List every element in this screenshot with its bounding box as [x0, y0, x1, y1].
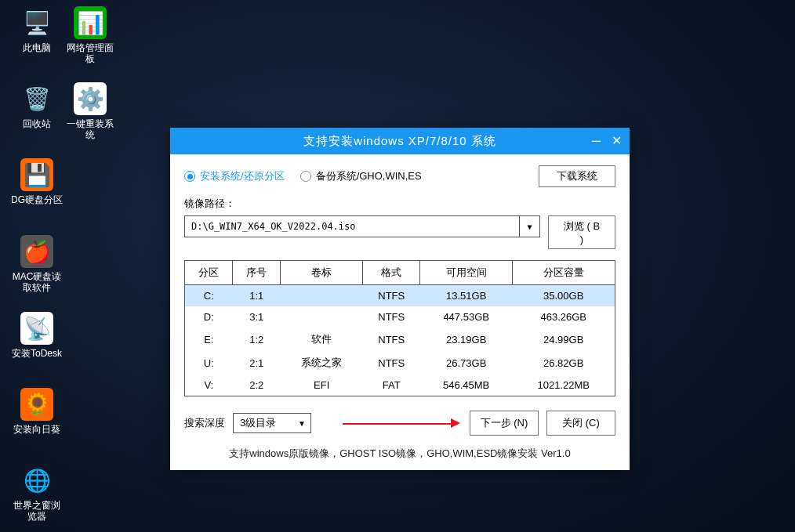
desktop-icon[interactable]: 🌻安装向日葵	[9, 388, 64, 435]
app-icon: 📡	[20, 312, 53, 345]
app-icon: 🖥️	[20, 6, 53, 39]
column-header: 卷标	[281, 261, 363, 285]
icon-label: 安装ToDesk	[12, 348, 62, 359]
icon-label: 网络管理面板	[63, 42, 118, 65]
desktop-icon[interactable]: 📡安装ToDesk	[9, 312, 64, 359]
app-icon: 🌐	[20, 464, 53, 497]
table-row[interactable]: U:2:1系统之家NTFS26.73GB26.82GB	[185, 351, 615, 375]
app-icon: ⚙️	[74, 82, 107, 115]
desktop-icon[interactable]: 🗑️回收站	[9, 82, 64, 129]
radio-install[interactable]: 安装系统/还原分区	[184, 169, 285, 183]
column-header: 分区容量	[512, 261, 615, 285]
search-depth-select[interactable]: 3级目录 ▼	[233, 413, 311, 433]
table-row[interactable]: C:1:1NTFS13.51GB35.00GB	[185, 285, 615, 307]
table-row[interactable]: D:3:1NTFS447.53GB463.26GB	[185, 306, 615, 328]
next-button[interactable]: 下一步 (N)	[470, 411, 539, 436]
desktop-icon[interactable]: ⚙️一键重装系统	[63, 82, 118, 141]
icon-label: MAC硬盘读取软件	[9, 271, 64, 294]
table-row[interactable]: E:1:2软件NTFS23.19GB24.99GB	[185, 328, 615, 351]
icon-label: 安装向日葵	[13, 424, 60, 435]
icon-label: 世界之窗浏览器	[9, 500, 64, 523]
browse-button[interactable]: 浏览 ( B )	[548, 215, 615, 249]
chevron-down-icon: ▼	[298, 419, 306, 428]
titlebar[interactable]: 支持安装windows XP/7/8/10 系统 ─ ✕	[170, 128, 630, 154]
app-icon: 🗑️	[20, 82, 53, 115]
radio-icon	[300, 171, 311, 182]
desktop-icon[interactable]: 📊网络管理面板	[63, 6, 118, 65]
column-header: 格式	[363, 261, 420, 285]
arrow-annotation	[319, 413, 462, 433]
table-row[interactable]: V:2:2EFIFAT546.45MB1021.22MB	[185, 375, 615, 396]
install-dialog: 支持安装windows XP/7/8/10 系统 ─ ✕ 安装系统/还原分区 备…	[170, 128, 630, 470]
path-label: 镜像路径：	[184, 197, 615, 211]
icon-label: 一键重装系统	[63, 118, 118, 141]
column-header: 序号	[233, 261, 281, 285]
icon-label: DG硬盘分区	[11, 194, 63, 205]
download-button[interactable]: 下载系统	[539, 165, 615, 187]
desktop-icon[interactable]: 💾DG硬盘分区	[9, 158, 64, 205]
icon-label: 回收站	[23, 118, 51, 129]
column-header: 可用空间	[420, 261, 513, 285]
partition-table: 分区序号卷标格式可用空间分区容量 C:1:1NTFS13.51GB35.00GB…	[184, 260, 615, 396]
radio-icon	[184, 171, 195, 182]
desktop-icon[interactable]: 🖥️此电脑	[9, 6, 64, 53]
image-path-dropdown[interactable]: D:\G_WIN7_X64_OK_V2022.04.iso ▼	[184, 215, 540, 237]
footer-text: 支持windows原版镜像，GHOST ISO镜像，GHO,WIM,ESD镜像安…	[184, 447, 615, 461]
close-button[interactable]: 关闭 (C)	[546, 411, 615, 436]
app-icon: 🌻	[20, 388, 53, 421]
app-icon: 📊	[74, 6, 107, 39]
radio-backup[interactable]: 备份系统/GHO,WIN,ES	[300, 169, 422, 183]
desktop-icon[interactable]: 🍎MAC硬盘读取软件	[9, 235, 64, 294]
chevron-down-icon: ▼	[519, 216, 539, 237]
app-icon: 🍎	[20, 235, 53, 268]
app-icon: 💾	[20, 158, 53, 191]
dialog-title: 支持安装windows XP/7/8/10 系统	[180, 134, 620, 149]
column-header: 分区	[185, 261, 233, 285]
icon-label: 此电脑	[23, 42, 51, 53]
close-x-button[interactable]: ✕	[612, 135, 622, 147]
desktop-icon[interactable]: 🌐世界之窗浏览器	[9, 464, 64, 523]
depth-label: 搜索深度	[184, 416, 225, 430]
minimize-button[interactable]: ─	[592, 135, 601, 147]
